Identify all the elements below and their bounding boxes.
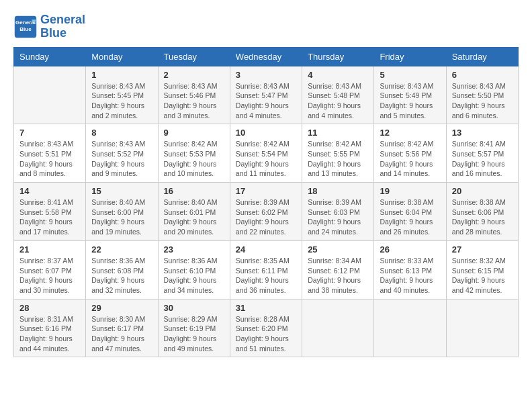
weekday-header-row: SundayMondayTuesdayWednesdayThursdayFrid… <box>14 47 519 66</box>
calendar-cell: 28Sunrise: 8:31 AMSunset: 6:16 PMDayligh… <box>14 299 86 357</box>
calendar-cell: 8Sunrise: 8:43 AMSunset: 5:52 PMDaylight… <box>86 124 158 183</box>
calendar-cell: 6Sunrise: 8:43 AMSunset: 5:50 PMDaylight… <box>446 66 518 124</box>
calendar-table: SundayMondayTuesdayWednesdayThursdayFrid… <box>13 47 519 358</box>
day-number: 13 <box>452 128 513 138</box>
day-number: 7 <box>19 128 80 138</box>
day-number: 30 <box>164 303 224 313</box>
day-info: Sunrise: 8:39 AMSunset: 6:02 PMDaylight:… <box>236 197 296 237</box>
week-row-4: 21Sunrise: 8:37 AMSunset: 6:07 PMDayligh… <box>14 240 519 299</box>
day-number: 12 <box>380 128 440 138</box>
day-info: Sunrise: 8:43 AMSunset: 5:51 PMDaylight:… <box>19 139 80 179</box>
day-info: Sunrise: 8:29 AMSunset: 6:19 PMDaylight:… <box>164 314 224 354</box>
day-info: Sunrise: 8:31 AMSunset: 6:16 PMDaylight:… <box>19 314 80 354</box>
calendar-cell: 9Sunrise: 8:42 AMSunset: 5:53 PMDaylight… <box>158 124 230 183</box>
day-info: Sunrise: 8:43 AMSunset: 5:50 PMDaylight:… <box>452 81 513 121</box>
day-number: 6 <box>452 70 513 80</box>
day-info: Sunrise: 8:42 AMSunset: 5:53 PMDaylight:… <box>164 139 224 179</box>
day-info: Sunrise: 8:34 AMSunset: 6:12 PMDaylight:… <box>308 256 368 295</box>
calendar-cell: 18Sunrise: 8:39 AMSunset: 6:03 PMDayligh… <box>302 183 374 241</box>
day-number: 17 <box>236 186 296 196</box>
day-number: 21 <box>19 244 80 255</box>
day-info: Sunrise: 8:40 AMSunset: 6:00 PMDaylight:… <box>91 197 152 237</box>
calendar-cell: 25Sunrise: 8:34 AMSunset: 6:12 PMDayligh… <box>302 240 374 299</box>
day-number: 1 <box>91 70 152 80</box>
day-info: Sunrise: 8:36 AMSunset: 6:10 PMDaylight:… <box>164 256 224 295</box>
day-number: 27 <box>452 244 513 255</box>
calendar-cell: 26Sunrise: 8:33 AMSunset: 6:13 PMDayligh… <box>374 240 446 299</box>
calendar-cell: 31Sunrise: 8:28 AMSunset: 6:20 PMDayligh… <box>230 299 302 357</box>
svg-text:Blue: Blue <box>19 26 32 32</box>
day-info: Sunrise: 8:43 AMSunset: 5:48 PMDaylight:… <box>308 81 368 121</box>
day-info: Sunrise: 8:43 AMSunset: 5:45 PMDaylight:… <box>91 81 152 121</box>
day-info: Sunrise: 8:43 AMSunset: 5:49 PMDaylight:… <box>380 81 440 121</box>
day-number: 24 <box>236 244 296 255</box>
calendar-cell: 2Sunrise: 8:43 AMSunset: 5:46 PMDaylight… <box>158 66 230 124</box>
calendar-cell: 27Sunrise: 8:32 AMSunset: 6:15 PMDayligh… <box>446 240 518 299</box>
calendar-cell: 1Sunrise: 8:43 AMSunset: 5:45 PMDaylight… <box>86 66 158 124</box>
weekday-header-tuesday: Tuesday <box>158 47 230 66</box>
calendar-cell: 16Sunrise: 8:40 AMSunset: 6:01 PMDayligh… <box>158 183 230 241</box>
calendar-cell: 21Sunrise: 8:37 AMSunset: 6:07 PMDayligh… <box>14 240 86 299</box>
day-number: 4 <box>308 70 368 80</box>
day-info: Sunrise: 8:32 AMSunset: 6:15 PMDaylight:… <box>452 256 513 295</box>
day-info: Sunrise: 8:42 AMSunset: 5:55 PMDaylight:… <box>308 139 368 179</box>
calendar-cell <box>302 299 374 357</box>
day-number: 29 <box>91 303 152 313</box>
calendar-cell <box>374 299 446 357</box>
calendar-cell: 11Sunrise: 8:42 AMSunset: 5:55 PMDayligh… <box>302 124 374 183</box>
logo-icon: General Blue <box>13 15 38 39</box>
calendar-cell: 14Sunrise: 8:41 AMSunset: 5:58 PMDayligh… <box>14 183 86 241</box>
calendar-cell: 4Sunrise: 8:43 AMSunset: 5:48 PMDaylight… <box>302 66 374 124</box>
day-number: 2 <box>164 70 224 80</box>
day-info: Sunrise: 8:38 AMSunset: 6:06 PMDaylight:… <box>452 197 513 237</box>
weekday-header-saturday: Saturday <box>446 47 518 66</box>
logo: General Blue General Blue <box>13 13 85 40</box>
day-info: Sunrise: 8:30 AMSunset: 6:17 PMDaylight:… <box>91 314 152 354</box>
day-number: 20 <box>452 186 513 196</box>
day-info: Sunrise: 8:38 AMSunset: 6:04 PMDaylight:… <box>380 197 440 237</box>
calendar-cell: 29Sunrise: 8:30 AMSunset: 6:17 PMDayligh… <box>86 299 158 357</box>
day-number: 25 <box>308 244 368 255</box>
week-row-1: 1Sunrise: 8:43 AMSunset: 5:45 PMDaylight… <box>14 66 519 124</box>
day-number: 14 <box>19 186 80 196</box>
day-number: 18 <box>308 186 368 196</box>
day-number: 22 <box>91 244 152 255</box>
day-info: Sunrise: 8:39 AMSunset: 6:03 PMDaylight:… <box>308 197 368 237</box>
day-number: 26 <box>380 244 440 255</box>
day-number: 15 <box>91 186 152 196</box>
week-row-3: 14Sunrise: 8:41 AMSunset: 5:58 PMDayligh… <box>14 183 519 241</box>
day-info: Sunrise: 8:42 AMSunset: 5:54 PMDaylight:… <box>236 139 296 179</box>
weekday-header-friday: Friday <box>374 47 446 66</box>
calendar-cell: 13Sunrise: 8:41 AMSunset: 5:57 PMDayligh… <box>446 124 518 183</box>
weekday-header-thursday: Thursday <box>302 47 374 66</box>
calendar-cell: 19Sunrise: 8:38 AMSunset: 6:04 PMDayligh… <box>374 183 446 241</box>
day-info: Sunrise: 8:43 AMSunset: 5:47 PMDaylight:… <box>236 81 296 121</box>
calendar-cell <box>14 66 86 124</box>
day-info: Sunrise: 8:43 AMSunset: 5:52 PMDaylight:… <box>91 139 152 179</box>
calendar-cell: 30Sunrise: 8:29 AMSunset: 6:19 PMDayligh… <box>158 299 230 357</box>
logo-text: General Blue <box>40 13 85 40</box>
day-number: 16 <box>164 186 224 196</box>
day-info: Sunrise: 8:37 AMSunset: 6:07 PMDaylight:… <box>19 256 80 295</box>
day-number: 28 <box>19 303 80 313</box>
calendar-cell: 12Sunrise: 8:42 AMSunset: 5:56 PMDayligh… <box>374 124 446 183</box>
day-info: Sunrise: 8:35 AMSunset: 6:11 PMDaylight:… <box>236 256 296 295</box>
day-number: 9 <box>164 128 224 138</box>
day-number: 5 <box>380 70 440 80</box>
calendar-cell: 23Sunrise: 8:36 AMSunset: 6:10 PMDayligh… <box>158 240 230 299</box>
calendar-cell: 3Sunrise: 8:43 AMSunset: 5:47 PMDaylight… <box>230 66 302 124</box>
day-number: 31 <box>236 303 296 313</box>
header: General Blue General Blue <box>13 13 519 40</box>
day-info: Sunrise: 8:41 AMSunset: 5:58 PMDaylight:… <box>19 197 80 237</box>
day-info: Sunrise: 8:41 AMSunset: 5:57 PMDaylight:… <box>452 139 513 179</box>
day-number: 23 <box>164 244 224 255</box>
calendar-cell: 5Sunrise: 8:43 AMSunset: 5:49 PMDaylight… <box>374 66 446 124</box>
week-row-5: 28Sunrise: 8:31 AMSunset: 6:16 PMDayligh… <box>14 299 519 357</box>
day-info: Sunrise: 8:40 AMSunset: 6:01 PMDaylight:… <box>164 197 224 237</box>
weekday-header-wednesday: Wednesday <box>230 47 302 66</box>
day-number: 8 <box>91 128 152 138</box>
day-info: Sunrise: 8:28 AMSunset: 6:20 PMDaylight:… <box>236 314 296 354</box>
weekday-header-sunday: Sunday <box>14 47 86 66</box>
weekday-header-monday: Monday <box>86 47 158 66</box>
calendar-cell: 20Sunrise: 8:38 AMSunset: 6:06 PMDayligh… <box>446 183 518 241</box>
